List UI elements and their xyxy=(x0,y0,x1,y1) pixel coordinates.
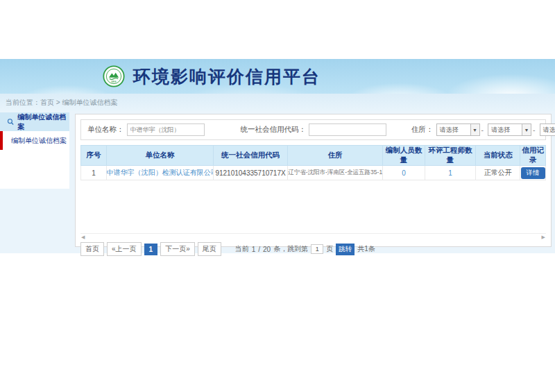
row-address: 辽宁省-沈阳市-浑南区-全运五路35-1号楼902 xyxy=(288,166,383,180)
jump-button[interactable]: 跳转 xyxy=(336,244,355,255)
sidebar-group-label: 编制单位诚信档案 xyxy=(17,112,69,132)
credit-code-label: 统一社会信用代码： xyxy=(241,125,307,135)
jump-page-input[interactable] xyxy=(311,244,323,254)
row-engineer-count[interactable]: 1 xyxy=(425,166,476,180)
main-panel: 单位名称： 统一社会信用代码： 住所： 请选择 ▼ - 请选择 ▼ - 请选择 … xyxy=(75,114,552,247)
pager-info-prefix: 当前 xyxy=(235,244,249,254)
page-1-button[interactable]: 1 xyxy=(144,244,158,255)
col-unit-name: 单位名称 xyxy=(106,146,213,166)
pagination: 首页 «上一页 1 下一页» 尾页 当前 1 / 20 条，跳到第 页 跳转 共… xyxy=(80,242,546,256)
page: MEE 环境影响评价信用平台 当前位置：首页 > 编制单位诚信档案 编制单位诚信… xyxy=(0,0,555,392)
scroll-right-icon[interactable]: ▶ xyxy=(542,235,545,240)
chevron-down-icon: ▼ xyxy=(470,124,479,135)
scroll-left-icon[interactable]: ◀ xyxy=(81,235,85,240)
results-table: 序号 单位名称 统一社会信用代码 住所 编制人员数量 环评工程师数量 当前状态 … xyxy=(80,145,546,180)
horizontal-scrollbar[interactable]: ◀ ▶ xyxy=(80,233,546,240)
platform-title: 环境影响评价信用平台 xyxy=(133,65,321,88)
breadcrumb: 当前位置：首页 > 编制单位诚信档案 xyxy=(0,94,555,111)
first-page-button[interactable]: 首页 xyxy=(80,242,104,256)
pager-unit: 条，跳到第 xyxy=(273,244,308,254)
district-select-value: 请选择 xyxy=(540,126,555,135)
sidebar-item-label: 编制单位诚信档案 xyxy=(11,136,67,146)
pager-sep: / xyxy=(258,246,260,253)
pagination-info: 当前 1 / 20 条，跳到第 页 跳转 共1条 xyxy=(234,244,377,255)
row-index: 1 xyxy=(81,166,107,180)
col-status: 当前状态 xyxy=(476,146,520,166)
search-form: 单位名称： 统一社会信用代码： 住所： 请选择 ▼ - 请选择 ▼ - 请选择 … xyxy=(80,119,546,140)
detail-button[interactable]: 详情 xyxy=(521,167,545,179)
city-select-value: 请选择 xyxy=(488,126,522,135)
table-header-row: 序号 单位名称 统一社会信用代码 住所 编制人员数量 环评工程师数量 当前状态 … xyxy=(81,146,546,166)
mee-logo-icon: MEE xyxy=(103,65,125,87)
pager-page-word: 页 xyxy=(326,244,333,254)
sidebar-group-header[interactable]: 编制单位诚信档案 xyxy=(0,112,69,131)
col-index: 序号 xyxy=(81,146,107,166)
unit-name-label: 单位名称： xyxy=(87,125,124,135)
banner: MEE 环境影响评价信用平台 xyxy=(0,59,555,94)
top-white-strip xyxy=(0,0,555,59)
prev-page-button[interactable]: «上一页 xyxy=(107,242,142,256)
svg-text:MEE: MEE xyxy=(111,80,117,83)
company-name-link[interactable]: 中谱华宇（沈阳）检测认证有限公司 xyxy=(107,169,214,176)
table-empty-space xyxy=(80,180,546,233)
unit-name-input[interactable] xyxy=(127,123,205,136)
breadcrumb-text: 当前位置：首页 > 编制单位诚信档案 xyxy=(6,98,117,108)
sidebar: 编制单位诚信档案 编制单位诚信档案 xyxy=(0,112,69,189)
select-separator: - xyxy=(533,126,536,134)
pager-size: 20 xyxy=(263,246,271,253)
search-person-icon xyxy=(7,118,14,126)
select-separator: - xyxy=(481,126,484,134)
province-select-value: 请选择 xyxy=(437,126,470,135)
city-select[interactable]: 请选择 ▼ xyxy=(488,123,531,136)
col-credit-record: 信用记录 xyxy=(520,146,546,166)
district-select[interactable]: 请选择 ▼ xyxy=(540,123,555,136)
credit-code-input[interactable] xyxy=(309,123,386,136)
chevron-down-icon: ▼ xyxy=(522,124,531,135)
pager-current: 1 xyxy=(252,246,256,253)
row-status: 正常公开 xyxy=(476,166,520,180)
col-address: 住所 xyxy=(288,146,383,166)
last-page-button[interactable]: 尾页 xyxy=(198,242,221,256)
row-credit-code: 91210104335710717X xyxy=(213,166,287,180)
col-engineer-count: 环评工程师数量 xyxy=(425,146,476,166)
content-area: 编制单位诚信档案 编制单位诚信档案 单位名称： 统一社会信用代码： 住所： 请选… xyxy=(0,111,555,253)
address-label: 住所： xyxy=(411,125,434,135)
sidebar-item-credit-archive[interactable]: 编制单位诚信档案 xyxy=(0,131,69,150)
next-page-button[interactable]: 下一页» xyxy=(160,242,195,256)
col-staff-count: 编制人员数量 xyxy=(383,146,425,166)
pager-total: 共1条 xyxy=(357,244,375,254)
province-select[interactable]: 请选择 ▼ xyxy=(436,123,480,136)
table-row: 1 中谱华宇（沈阳）检测认证有限公司 91210104335710717X 辽宁… xyxy=(81,166,546,180)
col-credit-code: 统一社会信用代码 xyxy=(213,146,287,166)
row-staff-count[interactable]: 0 xyxy=(383,166,425,180)
